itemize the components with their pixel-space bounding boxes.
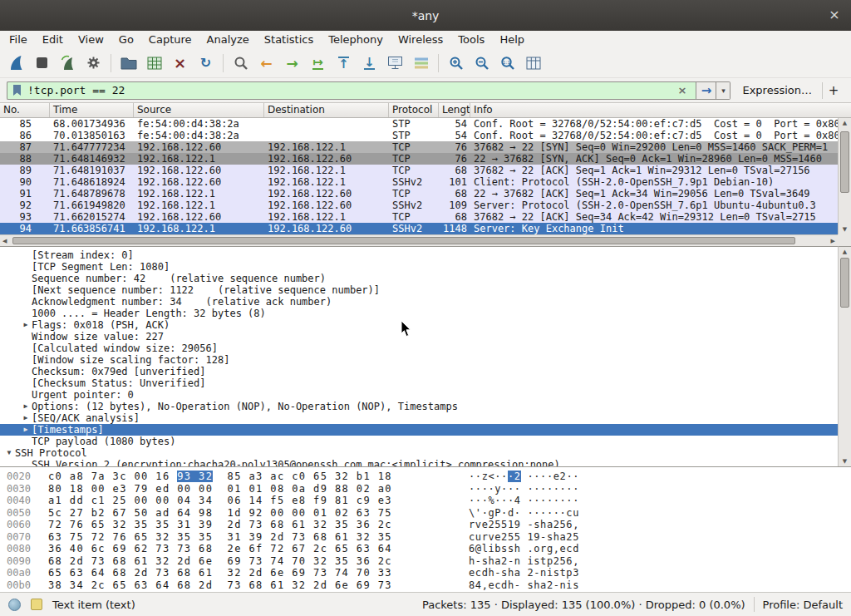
hex-row[interactable]: 00b038 34 2c 65 63 64 68 2d 73 68 61 32 … xyxy=(7,579,851,592)
hex-row[interactable]: 008036 40 6c 69 62 73 73 68 2e 6f 72 67 … xyxy=(7,543,851,555)
column-header-proto[interactable]: Protocol xyxy=(389,103,439,117)
packet-row-94[interactable]: 9471.663856741192.168.122.1192.168.122.6… xyxy=(0,223,838,234)
clear-filter-icon[interactable]: × xyxy=(674,84,691,96)
go-back-button[interactable]: ← xyxy=(253,52,279,75)
detail-line[interactable]: Window size value: 227 xyxy=(0,331,838,342)
close-window-button[interactable]: × xyxy=(826,7,843,23)
details-vertical-scrollbar[interactable]: ▲ ▼ xyxy=(838,246,851,466)
start-capture-button[interactable] xyxy=(3,52,29,75)
menu-help[interactable]: Help xyxy=(492,32,532,47)
detail-line[interactable]: 1000 .... = Header Length: 32 bytes (8) xyxy=(0,308,838,319)
packet-row-86[interactable]: 8670.013850163fe:54:00:d4:38:2aSTP54Conf… xyxy=(0,130,838,141)
hex-row[interactable]: 0040a1 dd c1 25 00 00 04 34 06 14 f5 e8 … xyxy=(7,495,851,507)
detail-line[interactable]: [Checksum Status: Unverified] xyxy=(0,377,838,389)
expand-icon[interactable]: ▶ xyxy=(20,424,32,436)
menu-edit[interactable]: Edit xyxy=(35,32,71,47)
packet-row-91[interactable]: 9171.648789678192.168.122.1192.168.122.6… xyxy=(0,188,838,200)
detail-line[interactable]: [TCP Segment Len: 1080] xyxy=(0,261,838,273)
bookmark-icon[interactable] xyxy=(12,84,22,96)
menu-go[interactable]: Go xyxy=(111,32,141,47)
detail-line[interactable]: ▶Options: (12 bytes), No-Operation (NOP)… xyxy=(0,401,838,412)
expression-button[interactable]: Expression… xyxy=(742,84,812,96)
detail-line[interactable]: Acknowledgment number: 34 (relative ack … xyxy=(0,296,838,308)
detail-line[interactable]: Checksum: 0x79ed [unverified] xyxy=(0,366,838,377)
scrollbar-thumb[interactable] xyxy=(840,131,849,193)
packet-list-horizontal-scrollbar[interactable]: ◀ ▶ xyxy=(0,234,838,246)
packet-row-92[interactable]: 9271.661949820192.168.122.1192.168.122.6… xyxy=(0,200,838,211)
expand-icon[interactable]: ▶ xyxy=(20,412,32,424)
scrollbar-thumb[interactable] xyxy=(840,258,849,308)
column-header-info[interactable]: Info xyxy=(470,103,838,117)
scroll-up-icon[interactable]: ▲ xyxy=(839,119,851,127)
scrollbar-thumb[interactable] xyxy=(12,237,795,244)
capture-options-button[interactable] xyxy=(81,52,106,75)
menu-file[interactable]: File xyxy=(2,32,35,47)
column-header-time[interactable]: Time xyxy=(50,103,134,117)
capture-comment-icon[interactable] xyxy=(31,599,42,610)
detail-line[interactable]: SSH Version 2 (encryption:chacha20-poly1… xyxy=(0,459,838,466)
hex-row[interactable]: 007063 75 72 76 65 32 35 35 31 39 2d 73 … xyxy=(7,531,851,544)
stop-capture-button[interactable] xyxy=(29,52,55,75)
hex-row[interactable]: 00505c 27 b2 67 50 ad 64 98 1d 92 00 00 … xyxy=(7,507,851,520)
detail-line[interactable]: [Calculated window size: 29056] xyxy=(0,342,838,354)
hex-row[interactable]: 0020c0 a8 7a 3c 00 16 93 32 85 a3 ac c0 … xyxy=(7,471,851,483)
menu-view[interactable]: View xyxy=(71,32,111,47)
packet-row-85[interactable]: 8568.001734936fe:54:00:d4:38:2aSTP54Conf… xyxy=(0,118,838,130)
add-filter-button[interactable]: + xyxy=(823,83,844,98)
column-header-no[interactable]: No. xyxy=(0,103,50,117)
go-forward-button[interactable]: → xyxy=(279,52,305,75)
detail-line[interactable]: ▶Flags: 0x018 (PSH, ACK) xyxy=(0,319,838,331)
hex-row[interactable]: 006072 76 65 32 35 35 31 39 2d 73 68 61 … xyxy=(7,519,851,531)
packet-row-90[interactable]: 9071.648618924192.168.122.60192.168.122.… xyxy=(0,176,838,188)
detail-line[interactable]: ▶[SEQ/ACK analysis] xyxy=(0,412,838,424)
scroll-down-icon[interactable]: ▼ xyxy=(839,457,851,466)
detail-line[interactable]: [Stream index: 0] xyxy=(0,249,838,261)
menu-analyze[interactable]: Analyze xyxy=(199,32,257,47)
expand-icon[interactable]: ▶ xyxy=(20,319,32,331)
auto-scroll-button[interactable] xyxy=(382,52,408,75)
go-to-packet-button[interactable]: ↦ xyxy=(305,52,331,75)
hex-row[interactable]: 00a065 63 64 68 2d 73 68 61 32 2d 6e 69 … xyxy=(7,567,851,579)
scroll-left-icon[interactable]: ◀ xyxy=(2,237,7,245)
open-file-button[interactable] xyxy=(116,52,141,75)
packet-list-vertical-scrollbar[interactable]: ▲ ▼ xyxy=(838,118,851,234)
packet-row-93[interactable]: 9371.662015274192.168.122.60192.168.122.… xyxy=(0,211,838,223)
zoom-in-button[interactable] xyxy=(443,52,469,75)
menu-telephony[interactable]: Telephony xyxy=(321,32,391,47)
go-last-button[interactable]: ↓ xyxy=(357,52,382,75)
find-packet-button[interactable] xyxy=(228,52,253,75)
scroll-right-icon[interactable]: ▶ xyxy=(831,237,835,245)
display-filter-input[interactable]: !tcp.port == 22 × xyxy=(7,81,696,100)
apply-filter-button[interactable]: → xyxy=(696,81,716,100)
menu-statistics[interactable]: Statistics xyxy=(257,32,321,47)
column-header-src[interactable]: Source xyxy=(134,103,264,117)
filter-history-dropdown[interactable]: ▾ xyxy=(716,81,730,100)
hex-row[interactable]: 003080 18 00 e3 79 ed 00 00 01 01 08 0a … xyxy=(7,483,851,495)
go-first-button[interactable]: ↑ xyxy=(331,52,357,75)
detail-line[interactable]: ▶[Timestamps] xyxy=(0,424,838,436)
packet-row-89[interactable]: 8971.648191037192.168.122.60192.168.122.… xyxy=(0,165,838,176)
column-header-dst[interactable]: Destination xyxy=(264,103,389,117)
expert-info-icon[interactable] xyxy=(8,599,21,611)
resize-columns-button[interactable] xyxy=(520,52,546,75)
scroll-up-icon[interactable]: ▲ xyxy=(839,248,851,256)
collapse-icon[interactable]: ▼ xyxy=(3,447,15,459)
detail-line[interactable]: [Window size scaling factor: 128] xyxy=(0,354,838,366)
restart-capture-button[interactable] xyxy=(55,52,81,75)
hex-row[interactable]: 009068 2d 73 68 61 32 2d 6e 69 73 74 70 … xyxy=(7,555,851,568)
detail-line[interactable]: ▼SSH Protocol xyxy=(0,447,838,459)
detail-line[interactable]: Urgent pointer: 0 xyxy=(0,389,838,401)
expand-icon[interactable]: ▶ xyxy=(20,401,32,412)
packet-row-88[interactable]: 8871.648146932192.168.122.1192.168.122.6… xyxy=(0,153,838,165)
scroll-down-icon[interactable]: ▼ xyxy=(839,225,851,234)
packet-row-87[interactable]: 8771.647777234192.168.122.60192.168.122.… xyxy=(0,141,838,153)
menu-tools[interactable]: Tools xyxy=(450,32,492,47)
detail-line[interactable]: Sequence number: 42 (relative sequence n… xyxy=(0,273,838,284)
menu-capture[interactable]: Capture xyxy=(141,32,199,47)
save-file-button[interactable] xyxy=(141,52,167,75)
column-header-len[interactable]: Length xyxy=(439,103,470,117)
reload-button[interactable]: ↻ xyxy=(193,52,219,75)
close-file-button[interactable]: × xyxy=(167,52,193,75)
colorize-button[interactable] xyxy=(408,52,434,75)
zoom-original-button[interactable]: 1:1 xyxy=(494,52,520,75)
